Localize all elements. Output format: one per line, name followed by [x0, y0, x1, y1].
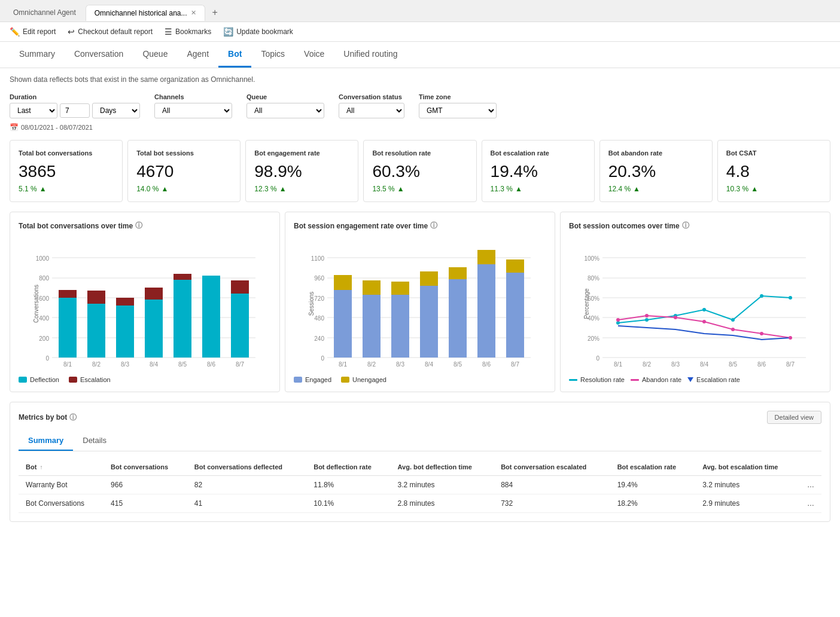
metrics-header: Metrics by bot ⓘ Detailed view: [19, 411, 821, 424]
cell-escalated: 884: [494, 476, 610, 494]
timezone-filter: Time zone GMT: [419, 93, 497, 118]
chart1-info-icon[interactable]: ⓘ: [135, 221, 142, 231]
sub-tab-details[interactable]: Details: [73, 431, 116, 451]
calendar-icon: 📅: [10, 123, 19, 132]
col-deflected[interactable]: Bot conversations deflected: [187, 459, 306, 476]
aban-dot-6: [760, 332, 763, 335]
cell-deflected: 82: [187, 476, 306, 494]
bar-unengaged-5: [449, 267, 467, 279]
svg-text:8/3: 8/3: [396, 361, 404, 368]
svg-text:8/5: 8/5: [729, 361, 737, 368]
bar-unengaged-3: [391, 282, 409, 295]
kpi-title: Total bot conversations: [19, 149, 114, 157]
kpi-card-0: Total bot conversations 3865 5.1 % ▲: [10, 140, 123, 202]
duration-unit-select[interactable]: Days: [92, 103, 140, 118]
nav-tab-bot[interactable]: Bot: [218, 42, 251, 68]
svg-text:8/4: 8/4: [425, 361, 433, 368]
bar-escal-7: [231, 280, 249, 294]
svg-text:Day: Day: [699, 369, 710, 369]
duration-filter: Duration Last Days: [10, 93, 140, 118]
chart-conversations-over-time: Total bot conversations over time ⓘ 0 20…: [10, 212, 280, 392]
table-row: Warranty Bot 966 82 11.8% 3.2 minutes 88…: [19, 476, 821, 494]
nav-tab-voice[interactable]: Voice: [294, 42, 334, 68]
add-tab-button[interactable]: +: [206, 4, 224, 22]
queue-filter: Queue All: [246, 93, 324, 118]
bar-unengaged-4: [420, 271, 438, 286]
legend-deflection: Deflection: [19, 376, 59, 383]
timezone-select[interactable]: GMT: [419, 103, 497, 118]
legend-escalation-rate: Escalation rate: [687, 376, 740, 383]
col-escalated[interactable]: Bot conversation escalated: [494, 459, 610, 476]
table-row: Bot Conversations 415 41 10.1% 2.8 minut…: [19, 494, 821, 513]
bar-engaged-2: [363, 295, 381, 358]
svg-text:8/3: 8/3: [671, 361, 680, 368]
up-arrow-icon: ▲: [397, 185, 404, 193]
sub-tab-summary[interactable]: Summary: [19, 431, 73, 451]
res-dot-7: [789, 296, 792, 300]
col-avg-escalation[interactable]: Avg. bot escalation time: [695, 459, 800, 476]
col-bot[interactable]: Bot ↑: [19, 459, 104, 476]
kpi-value: 4.8: [726, 162, 821, 181]
cell-more: …: [800, 476, 821, 494]
svg-text:8/2: 8/2: [92, 361, 101, 368]
nav-tab-conversation[interactable]: Conversation: [65, 42, 133, 68]
up-arrow-icon: ▲: [279, 185, 287, 193]
aban-dot-3: [674, 316, 677, 319]
svg-text:8/5: 8/5: [178, 361, 187, 368]
kpi-value: 4670: [136, 162, 232, 181]
kpi-title: Bot engagement rate: [254, 149, 349, 157]
refresh-icon: 🔄: [223, 27, 233, 36]
cell-escalation-rate: 19.4%: [610, 476, 696, 494]
bar-engaged-5: [449, 279, 467, 358]
tab-omnichannel-agent[interactable]: Omnichannel Agent: [5, 5, 84, 20]
nav-tab-queue[interactable]: Queue: [133, 42, 177, 68]
conv-status-select[interactable]: All: [339, 103, 404, 118]
col-deflection-rate[interactable]: Bot deflection rate: [306, 459, 390, 476]
bar-deflect-5: [174, 280, 191, 358]
kpi-change: 13.5 % ▲: [372, 185, 467, 193]
update-bookmark-button[interactable]: 🔄 Update bookmark: [223, 27, 293, 36]
duration-value-input[interactable]: [60, 103, 90, 118]
svg-text:Day: Day: [424, 369, 434, 369]
legend-engaged: Engaged: [294, 376, 331, 383]
kpi-change: 10.3 % ▲: [726, 185, 821, 193]
bar-deflect-3: [116, 306, 134, 358]
edit-icon: ✏️: [10, 27, 20, 36]
svg-text:0: 0: [321, 355, 324, 362]
svg-text:8/6: 8/6: [207, 361, 215, 368]
kpi-value: 98.9%: [254, 162, 349, 181]
duration-label: Duration: [10, 93, 140, 100]
detailed-view-button[interactable]: Detailed view: [767, 411, 821, 424]
col-avg-deflection[interactable]: Avg. bot deflection time: [391, 459, 494, 476]
bookmarks-button[interactable]: ☰ Bookmarks: [165, 27, 211, 36]
close-icon[interactable]: ✕: [191, 9, 196, 17]
nav-tab-topics[interactable]: Topics: [251, 42, 294, 68]
checkout-default-button[interactable]: ↩ Checkout default report: [68, 27, 153, 36]
edit-report-button[interactable]: ✏️ Edit report: [10, 27, 56, 36]
kpi-card-1: Total bot sessions 4670 14.0 % ▲: [127, 140, 241, 202]
kpi-title: Bot CSAT: [726, 149, 821, 157]
svg-text:200: 200: [39, 335, 49, 342]
nav-tab-agent[interactable]: Agent: [177, 42, 218, 68]
chart-session-engagement: Bot session engagement rate over time ⓘ …: [285, 212, 555, 392]
tab-omnichannel-historical[interactable]: Omnichannel historical ana... ✕: [86, 5, 205, 21]
aban-dot-5: [731, 328, 735, 331]
chart3-container: 0 20% 40% 60% 80% 100% Percentage: [569, 238, 821, 371]
nav-tab-summary[interactable]: Summary: [10, 42, 65, 68]
channels-select[interactable]: All: [154, 103, 232, 118]
chart3-info-icon[interactable]: ⓘ: [682, 221, 689, 231]
chart1-svg: 0 200 400 600 800 1000 Conversations: [19, 238, 271, 369]
chart2-info-icon[interactable]: ⓘ: [430, 221, 437, 231]
col-escalation-rate[interactable]: Bot escalation rate: [610, 459, 696, 476]
svg-text:8/6: 8/6: [482, 361, 491, 368]
cell-conversations: 966: [104, 476, 187, 494]
update-bookmark-label: Update bookmark: [236, 28, 293, 36]
table-header: Bot ↑ Bot conversations Bot conversation…: [19, 459, 821, 476]
metrics-info-icon[interactable]: ⓘ: [69, 413, 77, 423]
chart-session-outcomes: Bot session outcomes over time ⓘ 0 20% 4…: [560, 212, 830, 392]
queue-select[interactable]: All: [246, 103, 324, 118]
nav-tab-unified-routing[interactable]: Unified routing: [334, 42, 407, 68]
duration-type-select[interactable]: Last: [10, 103, 57, 118]
col-conversations[interactable]: Bot conversations: [104, 459, 187, 476]
chart3-title: Bot session outcomes over time ⓘ: [569, 221, 821, 231]
